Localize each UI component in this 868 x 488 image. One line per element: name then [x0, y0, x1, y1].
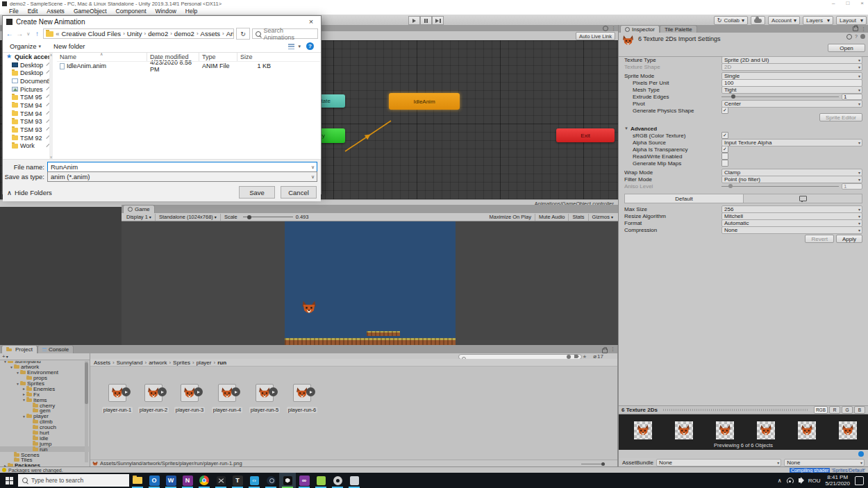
- file-row-idleanim[interactable]: IdleAnim.anim 4/23/2020 8:58 PM ANIM Fil…: [57, 62, 320, 70]
- up-button[interactable]: ↑: [33, 30, 42, 37]
- preview-thumb-5[interactable]: [798, 421, 816, 439]
- back-button[interactable]: ←: [6, 30, 14, 37]
- sprite-mode-dropdown[interactable]: Single▾: [721, 72, 862, 80]
- column-size[interactable]: Size: [237, 53, 276, 61]
- crumb-assets[interactable]: Assets: [94, 360, 110, 366]
- resolution-dropdown[interactable]: Standalone (1024x768)▾: [156, 214, 219, 221]
- tree-item-scenes[interactable]: Scenes: [0, 452, 89, 457]
- sidebar-documents[interactable]: Documents: [3, 77, 53, 85]
- wifi-icon[interactable]: [787, 478, 794, 483]
- collapsed-path-icon[interactable]: «: [56, 30, 59, 37]
- generate-physics-shape-checkbox[interactable]: ✓: [721, 107, 728, 114]
- tree-item-tiles[interactable]: Tiles: [0, 457, 89, 463]
- menu-edit[interactable]: Edit: [28, 8, 38, 15]
- scale-slider[interactable]: [243, 217, 293, 217]
- display-dropdown[interactable]: Display 1▾: [124, 214, 154, 221]
- tab-default-platform[interactable]: Default: [625, 194, 744, 203]
- sidebar-tsm94-1[interactable]: TSM 94: [3, 101, 53, 110]
- sidebar-quick-access[interactable]: ★Quick access: [3, 53, 53, 61]
- wrap-mode-dropdown[interactable]: Clamp▾: [721, 169, 862, 176]
- open-button[interactable]: Open: [828, 44, 865, 52]
- texture-type-dropdown[interactable]: Sprite (2D and UI)▾: [721, 56, 862, 64]
- organize-dropdown[interactable]: Organize▾: [10, 42, 41, 50]
- tab-standalone-platform[interactable]: [744, 194, 862, 203]
- pivot-dropdown[interactable]: Center▾: [721, 100, 862, 108]
- sidebar-tsm92[interactable]: TSM 92: [3, 134, 53, 142]
- crumb-sprites[interactable]: Sprites: [173, 360, 190, 366]
- sidebar-tsm93-2[interactable]: TSM 93: [3, 126, 53, 134]
- unity-app-icon[interactable]: [279, 473, 296, 488]
- tree-item-run[interactable]: run: [0, 446, 89, 452]
- speaker-icon[interactable]: [799, 478, 801, 482]
- layout-dropdown[interactable]: Layout▾: [836, 16, 867, 25]
- crumb-artwork[interactable]: artwork: [149, 360, 167, 366]
- gizmos-dropdown[interactable]: Gizmos▾: [590, 214, 616, 221]
- preview-thumb-6[interactable]: [839, 421, 857, 439]
- read-write-checkbox[interactable]: [721, 153, 728, 160]
- console-message-icon[interactable]: [2, 468, 6, 472]
- tree-scrollbar[interactable]: [85, 361, 88, 462]
- hide-folders-button[interactable]: ∧ Hide Folders: [7, 189, 52, 196]
- apply-button[interactable]: Apply: [836, 235, 862, 243]
- clock[interactable]: 8:41 PM5/21/2020: [825, 474, 850, 487]
- forward-button[interactable]: →: [16, 30, 24, 37]
- tab-console[interactable]: Console: [37, 345, 74, 353]
- view-caret-icon[interactable]: ▾: [298, 44, 301, 49]
- sidebar-scrollbar[interactable]: ∧∨: [49, 53, 53, 159]
- sidebar-work[interactable]: Work: [3, 142, 53, 151]
- asset-player-run-2[interactable]: player-run-2: [136, 384, 171, 414]
- layers-dropdown[interactable]: Layers▾: [803, 16, 833, 25]
- sidebar-desktop-1[interactable]: Desktop: [3, 61, 53, 69]
- advanced-foldout-icon[interactable]: ▼: [624, 126, 628, 131]
- start-button[interactable]: [0, 473, 18, 488]
- drag-handle[interactable]: [663, 409, 808, 411]
- compression-dropdown[interactable]: None▾: [721, 226, 862, 234]
- collab-button[interactable]: ↻ Collab▾: [714, 16, 748, 25]
- view-mode-icon[interactable]: [288, 44, 294, 49]
- filter-mode-dropdown[interactable]: Point (no filter)▾: [721, 176, 862, 183]
- stats-toggle[interactable]: Stats: [569, 214, 587, 221]
- maximize-button[interactable]: □: [846, 0, 849, 6]
- sidebar-tsm94-2[interactable]: TSM 94: [3, 110, 53, 118]
- asset-player-run-5[interactable]: player-run-5: [247, 384, 282, 414]
- notification-center-icon[interactable]: [855, 476, 864, 485]
- unity-hub-icon[interactable]: [312, 473, 329, 488]
- lock-icon[interactable]: [602, 348, 608, 353]
- mesh-type-dropdown[interactable]: Tight▾: [721, 86, 862, 94]
- crumb-unity[interactable]: Unity: [127, 30, 142, 37]
- tree-item-enemies[interactable]: ►Enemies: [0, 386, 89, 392]
- channel-rgb-button[interactable]: RGB: [814, 406, 828, 414]
- favorite-icon[interactable]: [846, 34, 852, 40]
- keyboard-language[interactable]: ROU: [808, 478, 821, 484]
- panel-menu-icon[interactable]: ⋮: [610, 346, 615, 353]
- gear-icon[interactable]: [860, 34, 865, 39]
- help-icon[interactable]: ?: [306, 42, 314, 50]
- preview-thumb-3[interactable]: [716, 421, 734, 439]
- scissors-app-icon[interactable]: [212, 473, 229, 488]
- max-size-dropdown[interactable]: 256▾: [721, 205, 862, 213]
- steam-icon[interactable]: [262, 473, 279, 488]
- refresh-button[interactable]: ↻: [236, 28, 249, 40]
- srgb-checkbox[interactable]: ✓: [721, 132, 728, 139]
- asset-player-run-3[interactable]: player-run-3: [172, 384, 207, 414]
- preset-icon[interactable]: [603, 26, 608, 31]
- asset-player-run-6[interactable]: player-run-6: [285, 384, 319, 414]
- lock-icon[interactable]: [853, 26, 858, 31]
- channel-g-button[interactable]: G: [842, 406, 853, 414]
- assetbundle-dropdown[interactable]: None▾: [656, 459, 781, 466]
- tray-expand-icon[interactable]: ∧: [778, 478, 782, 484]
- preview-thumb-1[interactable]: [634, 421, 652, 439]
- alpha-source-dropdown[interactable]: Input Texture Alpha▾: [721, 139, 862, 146]
- preview-header[interactable]: 6 Texture 2Ds RGB R G B: [619, 405, 868, 414]
- t-app-icon[interactable]: T: [229, 473, 246, 488]
- sidebar-pictures[interactable]: Pictures: [3, 85, 53, 94]
- menu-file[interactable]: File: [9, 8, 19, 15]
- tab-tile-palette[interactable]: Tile Palette: [660, 25, 697, 33]
- menu-assets[interactable]: Assets: [47, 8, 65, 15]
- cancel-button[interactable]: Cancel: [281, 186, 317, 199]
- vscode-icon[interactable]: ‹›: [246, 473, 262, 488]
- create-asset-button[interactable]: +: [2, 353, 6, 360]
- close-button[interactable]: ×: [860, 0, 864, 6]
- account-dropdown[interactable]: Account▾: [768, 16, 800, 25]
- sidebar-tsm95[interactable]: TSM 95: [3, 93, 53, 101]
